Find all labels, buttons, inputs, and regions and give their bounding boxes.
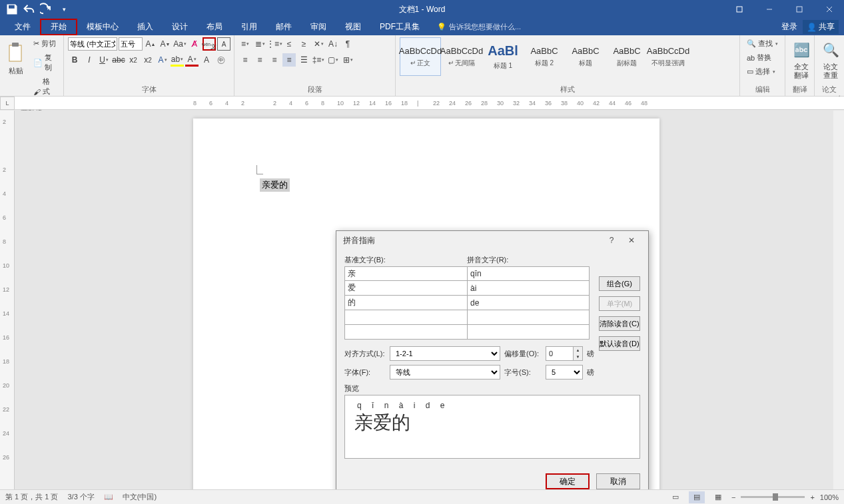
align-left-button[interactable]: ≡ xyxy=(238,53,252,67)
decrease-indent-button[interactable]: ≤ xyxy=(282,37,296,51)
ruler-corner[interactable]: L xyxy=(0,97,15,110)
font-color-button[interactable]: A▾ xyxy=(185,53,199,67)
tell-me-search[interactable]: 💡 告诉我您想要做什么... xyxy=(437,19,521,35)
base-cell[interactable] xyxy=(344,325,467,340)
thesis-check-button[interactable]: 🔍论文 查重 xyxy=(819,37,843,81)
font-size-select[interactable] xyxy=(119,37,143,51)
base-cell[interactable]: 爱 xyxy=(344,281,467,296)
print-layout-icon[interactable]: ▤ xyxy=(689,491,705,503)
zoom-value[interactable]: 100% xyxy=(820,493,839,501)
enclose-char-button[interactable]: ㊥ xyxy=(214,53,228,67)
ruby-cell[interactable] xyxy=(467,310,590,325)
asian-layout-button[interactable]: ✕▾ xyxy=(312,37,325,51)
char-shading-button[interactable]: A xyxy=(200,53,213,67)
tab-view[interactable]: 视图 xyxy=(336,19,370,35)
selected-text[interactable]: 亲爱的 xyxy=(260,178,290,192)
bullets-button[interactable]: ≡▾ xyxy=(238,37,252,51)
show-marks-button[interactable]: ¶ xyxy=(341,37,354,51)
strikethrough-button[interactable]: abc xyxy=(112,53,125,67)
style-item[interactable]: AaBbC副标题 xyxy=(606,37,647,76)
ruby-cell[interactable]: de xyxy=(467,296,590,310)
copy-button[interactable]: 📄复制 xyxy=(31,51,59,74)
tab-home[interactable]: 开始 xyxy=(40,19,77,35)
sort-button[interactable]: A↓ xyxy=(326,37,340,51)
close-icon[interactable] xyxy=(814,0,844,19)
shading-button[interactable]: ▢▾ xyxy=(326,53,340,67)
status-words[interactable]: 3/3 个字 xyxy=(67,492,94,502)
font-name-select[interactable] xyxy=(68,37,117,51)
tab-design[interactable]: 设计 xyxy=(163,19,197,35)
superscript-button[interactable]: x2 xyxy=(141,53,155,67)
zoom-out-button[interactable]: − xyxy=(731,493,735,501)
justify-button[interactable]: ≡ xyxy=(282,53,296,67)
combine-button[interactable]: 组合(G) xyxy=(599,276,640,291)
share-button[interactable]: 👤共享 xyxy=(803,20,839,34)
ruby-cell[interactable] xyxy=(467,325,590,340)
translate-button[interactable]: 🔤全文 翻译 xyxy=(789,37,813,81)
offset-spinner[interactable]: 0 ▲▼ xyxy=(546,346,583,361)
distribute-button[interactable]: ☰ xyxy=(297,53,310,67)
bold-button[interactable]: B xyxy=(68,53,81,67)
web-layout-icon[interactable]: ▦ xyxy=(710,491,726,503)
style-item[interactable]: AaBbCcDd↵ 正文 xyxy=(400,37,441,76)
dialog-size-select[interactable]: 5 xyxy=(546,365,583,379)
base-cell[interactable] xyxy=(344,310,467,325)
ribbon-display-icon[interactable] xyxy=(724,0,754,19)
status-lang[interactable]: 中文(中国) xyxy=(123,492,157,502)
minimize-icon[interactable] xyxy=(754,0,784,19)
increase-indent-button[interactable]: ≥ xyxy=(297,37,310,51)
char-border-button[interactable]: A xyxy=(217,37,230,51)
tab-file[interactable]: 文件 xyxy=(5,19,40,35)
ruby-cell[interactable]: ài xyxy=(467,281,590,296)
zoom-in-button[interactable]: + xyxy=(810,493,814,501)
tab-references[interactable]: 引用 xyxy=(232,19,266,35)
replace-button[interactable]: ab替换 xyxy=(744,51,774,64)
multilevel-button[interactable]: ⋮≡▾ xyxy=(268,37,281,51)
status-page[interactable]: 第 1 页，共 1 页 xyxy=(5,492,58,502)
redo-icon[interactable] xyxy=(40,3,53,16)
dialog-font-select[interactable]: 等线 xyxy=(390,365,500,379)
tab-review[interactable]: 审阅 xyxy=(301,19,336,35)
style-item[interactable]: AaBbCcDd不明显强调 xyxy=(647,37,689,76)
ok-button[interactable]: 确定 xyxy=(546,473,590,489)
base-cell[interactable]: 亲 xyxy=(344,266,467,281)
cut-button[interactable]: ✂剪切 xyxy=(31,37,59,50)
dialog-titlebar[interactable]: 拼音指南 ? ✕ xyxy=(336,231,648,250)
numbering-button[interactable]: ≣▾ xyxy=(253,37,266,51)
dialog-help-icon[interactable]: ? xyxy=(602,231,622,250)
style-item[interactable]: AaBbC标题 xyxy=(565,37,606,76)
tab-template[interactable]: 模板中心 xyxy=(77,19,128,35)
chevron-up-icon[interactable]: ▲ xyxy=(573,347,582,354)
tab-pdf[interactable]: PDF工具集 xyxy=(370,19,429,35)
dialog-close-icon[interactable]: ✕ xyxy=(622,231,641,250)
line-spacing-button[interactable]: ‡≡▾ xyxy=(312,53,325,67)
ruby-cell[interactable]: qīn xyxy=(467,266,590,281)
tab-mailings[interactable]: 邮件 xyxy=(266,19,301,35)
align-center-button[interactable]: ≡ xyxy=(253,53,266,67)
tab-layout[interactable]: 布局 xyxy=(197,19,232,35)
status-proofing-icon[interactable]: 📖 xyxy=(104,493,113,501)
align-right-button[interactable]: ≡ xyxy=(268,53,281,67)
highlight-button[interactable]: ab▾ xyxy=(171,53,184,67)
qat-customize-icon[interactable]: ▾ xyxy=(57,3,71,16)
phonetic-guide-button[interactable]: wén文 xyxy=(203,37,216,51)
underline-button[interactable]: U▾ xyxy=(97,53,111,67)
maximize-icon[interactable] xyxy=(784,0,814,19)
default-reading-button[interactable]: 默认读音(D) xyxy=(599,336,640,351)
base-cell[interactable]: 的 xyxy=(344,296,467,310)
style-item[interactable]: AaBbCcDd↵ 无间隔 xyxy=(441,37,482,76)
read-mode-icon[interactable]: ▭ xyxy=(667,491,683,503)
style-item[interactable]: AaBbC标题 2 xyxy=(524,37,565,76)
text-effects-button[interactable]: A▾ xyxy=(156,53,169,67)
italic-button[interactable]: I xyxy=(83,53,96,67)
zoom-slider[interactable] xyxy=(741,496,805,498)
paste-button[interactable]: 粘贴 xyxy=(4,37,28,81)
change-case-button[interactable]: Aa▾ xyxy=(173,37,187,51)
tab-insert[interactable]: 插入 xyxy=(128,19,163,35)
clear-reading-button[interactable]: 清除读音(C) xyxy=(599,316,640,331)
shrink-font-button[interactable]: A▼ xyxy=(159,37,172,51)
style-item[interactable]: AaBl标题 1 xyxy=(482,37,524,76)
cancel-button[interactable]: 取消 xyxy=(596,473,640,489)
subscript-button[interactable]: x2 xyxy=(127,53,140,67)
align-select[interactable]: 1-2-1 xyxy=(390,346,500,361)
